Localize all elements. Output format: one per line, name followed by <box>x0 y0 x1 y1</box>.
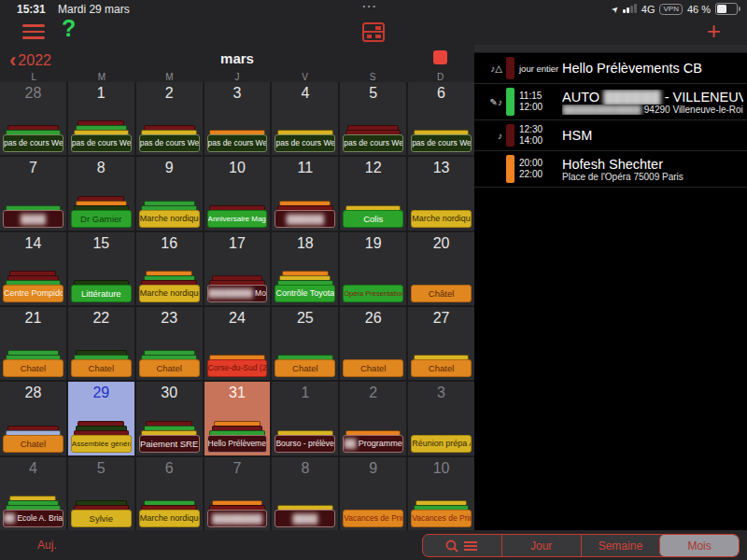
event-label[interactable]: Littérature <box>71 285 132 302</box>
event-label[interactable]: Vacances de Printemp <box>343 510 403 527</box>
day-cell[interactable]: 28Chatel <box>0 382 66 455</box>
day-cell[interactable]: 2██ Programme <box>340 382 406 455</box>
day-cell[interactable]: 3Réunion prépa AG <box>408 382 474 455</box>
add-event-button[interactable]: + <box>707 17 721 46</box>
day-cell[interactable]: 28pas de cours Well <box>0 82 66 155</box>
view-tab-semaine[interactable]: Semaine <box>581 535 660 556</box>
day-cell[interactable]: 6Marche nordique <box>136 457 203 530</box>
day-cell[interactable]: 27Chatel <box>408 307 474 380</box>
event-label[interactable]: pas de cours Well <box>71 134 132 152</box>
day-cell[interactable]: 24Corse-du-Sud (2A) <box>204 307 271 380</box>
event-label[interactable]: Chatel <box>343 359 403 377</box>
event-label[interactable]: Contrôle Toyota <box>275 285 335 302</box>
event-stack: pas de cours Well <box>2 125 64 152</box>
day-cell[interactable]: 25Chatel <box>272 307 338 380</box>
event-label[interactable]: Chatel <box>3 435 63 453</box>
day-cell[interactable]: 29Assemblée générale c <box>68 382 134 455</box>
day-cell[interactable]: 18Contrôle Toyota <box>272 232 338 305</box>
event-row[interactable]: ✎♪11:1512:00AUTO ██████ - VILLENEUVE LE … <box>474 84 747 120</box>
event-label[interactable]: Chatel <box>411 359 472 377</box>
view-tab-mois[interactable]: Mois <box>659 535 739 556</box>
day-cell[interactable]: 1Bourso - prélèvement <box>272 382 338 455</box>
event-label[interactable]: ██ Programme <box>343 435 403 453</box>
day-cell[interactable]: 21Chatel <box>0 307 66 380</box>
event-label[interactable]: pas de cours Well <box>207 134 268 152</box>
day-cell[interactable]: 9Marche nordique <box>136 157 203 230</box>
event-label[interactable]: pas de cours Well <box>139 134 200 152</box>
event-label[interactable]: Marche nordique <box>139 510 200 527</box>
event-row[interactable]: ♪12:3014:00HSM <box>474 120 747 151</box>
location-arrow-icon: ➤ <box>609 3 620 14</box>
day-cell[interactable]: 5pas de cours Well <box>340 82 406 155</box>
day-cell[interactable]: 31Hello Prélèvements C <box>204 382 271 455</box>
day-cell[interactable]: 1pas de cours Well <box>68 82 134 155</box>
day-cell[interactable]: 17████████ Mon p <box>204 232 271 305</box>
event-label[interactable]: Dr Garnier <box>71 210 132 228</box>
day-cell[interactable]: 14Centre Pompidou <box>0 232 66 305</box>
event-label[interactable]: Bourso - prélèvement <box>275 435 335 453</box>
event-label[interactable]: Colis <box>343 210 403 228</box>
event-label[interactable]: pas de cours Well <box>411 134 472 152</box>
day-cell[interactable]: 13Marche nordique <box>408 157 474 230</box>
day-cell[interactable]: 8Dr Garnier <box>68 157 134 230</box>
event-label[interactable]: ██████ <box>275 210 335 228</box>
day-cell[interactable]: 9Vacances de Printemp <box>340 457 406 530</box>
view-tab-jour[interactable]: Jour <box>501 535 581 556</box>
event-label[interactable]: Châtel <box>411 285 472 302</box>
day-cell[interactable]: 26Chatel <box>340 307 406 380</box>
event-label[interactable]: Centre Pompidou <box>3 285 63 302</box>
day-cell[interactable]: 12Colis <box>340 157 406 230</box>
event-label[interactable]: Marche nordique <box>411 210 472 228</box>
event-row[interactable]: 20:0022:00Hofesh ShechterPlace de l'Opér… <box>474 151 747 188</box>
day-cell[interactable]: 5Sylvie <box>68 457 134 530</box>
event-label[interactable]: ████ <box>3 210 63 228</box>
day-cell[interactable]: 30Paiement SRE <box>136 382 203 455</box>
event-label[interactable]: Anniversaire Magali <box>207 210 268 228</box>
event-label[interactable]: Chatel <box>139 359 200 377</box>
event-label[interactable]: ████████ <box>207 510 268 527</box>
event-label[interactable]: Sylvie <box>71 510 132 527</box>
event-label[interactable]: pas de cours Well <box>343 134 403 152</box>
event-label[interactable]: Hello Prélèvements C <box>207 435 268 453</box>
day-cell[interactable]: 10Anniversaire Magali <box>204 157 271 230</box>
day-cell[interactable]: 16Marche nordique <box>136 232 203 305</box>
day-cell[interactable]: 7████████ <box>204 457 271 530</box>
day-cell[interactable]: 10Vacances de Printemp <box>408 457 474 530</box>
day-cell[interactable]: 15Littérature <box>68 232 134 305</box>
event-label[interactable]: Vacances de Printemp <box>411 510 472 527</box>
event-label[interactable]: Assemblée générale c <box>71 435 132 453</box>
help-button[interactable]: ? <box>62 15 76 42</box>
event-label[interactable]: pas de cours Well <box>3 134 63 152</box>
event-label[interactable]: Paiement SRE <box>139 435 200 453</box>
day-cell[interactable]: 22Chatel <box>68 307 134 380</box>
day-cell[interactable]: 7████ <box>0 157 66 230</box>
event-label[interactable]: Réunion prépa AG <box>411 435 472 453</box>
event-label[interactable]: ████ <box>275 510 335 527</box>
day-cell[interactable]: 4pas de cours Well <box>272 82 338 155</box>
search-button[interactable] <box>423 535 501 556</box>
event-label[interactable]: Corse-du-Sud (2A) <box>207 359 268 377</box>
event-label[interactable]: Chatel <box>275 359 335 377</box>
event-label[interactable]: Opéra Présentation sa <box>343 285 403 302</box>
day-cell[interactable]: 11██████ <box>272 157 338 230</box>
day-cell[interactable]: 20Châtel <box>408 232 474 305</box>
event-label[interactable]: pas de cours Well <box>275 134 335 152</box>
event-label[interactable]: Marche nordique <box>139 285 200 302</box>
event-label[interactable]: ████████ Mon p <box>207 285 268 302</box>
event-label[interactable]: ██ Ecole A. Briand <box>3 510 63 527</box>
day-cell[interactable]: 4██ Ecole A. Briand <box>0 457 66 530</box>
record-square-icon[interactable] <box>433 50 447 64</box>
day-cell[interactable]: 6pas de cours Well <box>408 82 474 155</box>
event-label[interactable]: Chatel <box>71 359 132 377</box>
event-label[interactable]: Chatel <box>3 359 63 377</box>
today-button[interactable]: Auj. <box>37 539 57 552</box>
day-cell[interactable]: 19Opéra Présentation sa <box>340 232 406 305</box>
menu-button[interactable] <box>22 24 45 43</box>
day-cell[interactable]: 8████ <box>272 457 338 530</box>
event-label[interactable]: Marche nordique <box>139 210 200 228</box>
day-cell[interactable]: 3pas de cours Well <box>204 82 271 155</box>
event-row[interactable]: ♪△jour entierHello Prélèvements CB <box>474 53 747 84</box>
day-cell[interactable]: 23Chatel <box>136 307 203 380</box>
drawers-icon[interactable] <box>361 20 386 48</box>
day-cell[interactable]: 2pas de cours Well <box>136 82 203 155</box>
